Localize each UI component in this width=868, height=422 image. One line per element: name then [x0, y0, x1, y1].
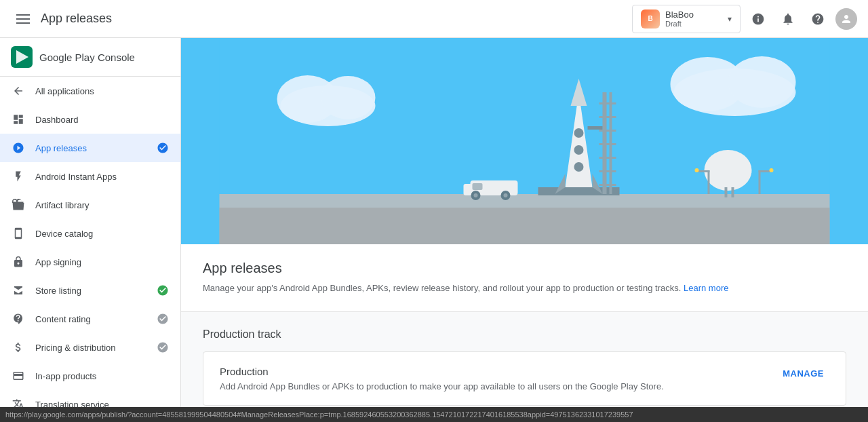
hero-illustration [181, 38, 868, 244]
info-icon [751, 12, 765, 26]
content-icon [11, 311, 26, 326]
pricing-icon [11, 340, 26, 355]
svg-rect-39 [708, 170, 710, 194]
svg-rect-28 [588, 126, 603, 130]
production-track-card: Production Add Android App Bundles or AP… [203, 351, 846, 406]
sidebar-item-pricing-distribution[interactable]: Pricing & distribution [0, 333, 180, 362]
hero-banner [181, 38, 868, 244]
artifact-icon [11, 197, 26, 212]
sidebar-item-all-applications[interactable]: All applications [0, 77, 180, 105]
track-card-desc: Add Android App Bundles or APKs to produ… [220, 381, 777, 391]
track-card-title: Production [220, 366, 777, 377]
back-arrow-icon [11, 83, 26, 98]
svg-rect-25 [599, 157, 616, 159]
svg-rect-24 [599, 143, 616, 145]
info-section: App releases Manage your app's Android A… [181, 244, 868, 312]
status-bar: https://play.google.com/apps/publish/?ac… [0, 407, 868, 422]
sidebar-item-in-app-products[interactable]: In-app products [0, 362, 180, 390]
svg-rect-31 [473, 183, 483, 190]
sidebar-item-label-instant-apps: Android Instant Apps [35, 172, 170, 182]
help-icon [811, 12, 825, 26]
content-rating-badge [156, 312, 170, 326]
bell-button[interactable] [776, 7, 800, 31]
logo-text: Google Play Console [39, 52, 135, 63]
svg-point-41 [695, 168, 699, 172]
status-url: https://play.google.com/apps/publish/?ac… [5, 410, 633, 419]
sidebar-item-dashboard[interactable]: Dashboard [0, 105, 180, 134]
play-console-logo [11, 46, 33, 68]
svg-rect-4 [220, 208, 830, 244]
svg-point-18 [574, 162, 584, 172]
svg-rect-27 [599, 184, 616, 186]
learn-more-link[interactable]: Learn more [684, 283, 728, 293]
main-area: Google Play Console All applications Das… [0, 38, 868, 422]
app-releases-badge [156, 141, 170, 155]
svg-point-35 [504, 193, 508, 197]
releases-icon [11, 140, 26, 155]
info-title: App releases [203, 261, 846, 276]
svg-rect-26 [599, 170, 616, 172]
sidebar-item-artifact-library[interactable]: Artifact library [0, 191, 180, 219]
help-button[interactable] [806, 7, 830, 31]
sidebar: Google Play Console All applications Das… [0, 38, 181, 422]
app-container: App releases B BlaBoo Draft ▾ [0, 0, 868, 422]
svg-rect-42 [759, 170, 761, 194]
svg-rect-37 [725, 187, 728, 197]
app-icon: B [641, 9, 660, 28]
track-section: Production track Production Add Android … [181, 312, 868, 422]
dashboard-icon [11, 112, 26, 127]
svg-point-36 [705, 150, 752, 191]
signing-icon [11, 254, 26, 269]
device-icon [11, 226, 26, 241]
sidebar-item-app-releases[interactable]: App releases [0, 134, 180, 162]
sidebar-item-content-rating[interactable]: Content rating [0, 305, 180, 333]
manage-button[interactable]: MANAGE [777, 366, 829, 381]
content-area: App releases Manage your app's Android A… [181, 38, 868, 422]
app-info: BlaBoo Draft [665, 9, 722, 28]
sidebar-item-label-artifact-library: Artifact library [35, 200, 170, 210]
sidebar-item-android-instant-apps[interactable]: Android Instant Apps [0, 162, 180, 191]
app-status: Draft [665, 20, 722, 28]
page-title: App releases [41, 12, 632, 26]
sidebar-item-label-store-listing: Store listing [35, 286, 156, 296]
pricing-badge [156, 341, 170, 354]
sidebar-item-label-all-applications: All applications [35, 86, 170, 96]
svg-rect-22 [599, 116, 616, 118]
sidebar-item-label-pricing: Pricing & distribution [35, 343, 156, 353]
info-description-text: Manage your app's Android App Bundles, A… [203, 283, 681, 293]
track-section-title: Production track [203, 328, 846, 341]
sidebar-item-label-dashboard: Dashboard [35, 115, 170, 125]
hamburger-button[interactable] [11, 6, 35, 32]
sidebar-item-label-app-signing: App signing [35, 257, 170, 267]
bell-icon [781, 12, 795, 26]
info-desc: Manage your app's Android App Bundles, A… [203, 282, 846, 295]
sidebar-item-store-listing[interactable]: Store listing [0, 276, 180, 305]
svg-rect-43 [759, 170, 771, 172]
svg-point-7 [321, 76, 376, 119]
sidebar-item-label-content-rating: Content rating [35, 314, 156, 324]
info-button[interactable] [746, 7, 770, 31]
svg-point-33 [474, 193, 478, 197]
svg-point-16 [574, 128, 584, 138]
store-icon [11, 283, 26, 298]
sidebar-item-app-signing[interactable]: App signing [0, 248, 180, 276]
sidebar-item-label-app-releases: App releases [35, 143, 156, 153]
svg-rect-21 [599, 102, 616, 104]
svg-point-44 [770, 168, 774, 172]
app-selector[interactable]: B BlaBoo Draft ▾ [632, 5, 741, 33]
content-inner: App releases Manage your app's Android A… [181, 38, 868, 422]
svg-rect-11 [538, 187, 620, 195]
sidebar-item-label-device-catalog: Device catalog [35, 229, 170, 239]
app-name: BlaBoo [665, 9, 722, 20]
track-card-info: Production Add Android App Bundles or AP… [220, 366, 777, 391]
products-icon [11, 368, 26, 383]
sidebar-logo: Google Play Console [0, 38, 180, 77]
avatar-icon [840, 13, 852, 25]
instant-apps-icon [11, 169, 26, 184]
chevron-down-icon: ▾ [728, 14, 732, 24]
sidebar-item-label-in-app-products: In-app products [35, 371, 170, 381]
sidebar-item-device-catalog[interactable]: Device catalog [0, 219, 180, 248]
avatar-button[interactable] [835, 8, 857, 30]
svg-rect-40 [698, 170, 710, 172]
svg-point-10 [728, 56, 796, 108]
